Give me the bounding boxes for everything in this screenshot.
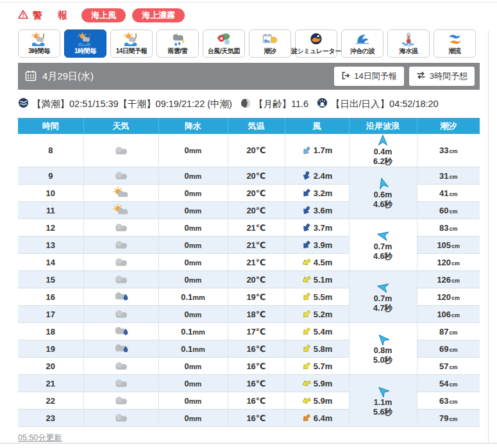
- light-rain-icon: [84, 342, 158, 355]
- moon-age: 【月齢】11.6: [240, 98, 308, 110]
- last-updated-link[interactable]: 05:50分更新: [18, 433, 62, 444]
- wave-direction-icon: [350, 281, 417, 294]
- wind-cell: 6.4m: [285, 410, 349, 427]
- wave-cell: 0.8m5.0秒: [349, 323, 417, 375]
- weather-cell: [83, 134, 158, 167]
- wind-direction-icon: [301, 145, 312, 156]
- wind-cell: 1.7m: [285, 134, 349, 167]
- wind-direction-icon: [301, 222, 312, 233]
- badge-marine-fog[interactable]: 海上濃霧: [132, 8, 185, 22]
- wave-period: 4.6秒: [350, 252, 417, 261]
- tab-label: 潮汐: [264, 47, 276, 56]
- hour-cell: 12: [18, 219, 83, 236]
- tab-8[interactable]: 沖合の波: [341, 29, 383, 58]
- wave-direction-icon: [350, 385, 417, 397]
- swap-icon: [416, 71, 426, 81]
- wind-cell: 3.9m: [285, 236, 349, 254]
- wind-cell: 3.2m: [285, 185, 349, 202]
- badge-marine-wind[interactable]: 海上風: [81, 8, 126, 22]
- weather-cell: [83, 185, 158, 202]
- col-header-2: 天気: [83, 118, 158, 134]
- temp-cell: 21℃: [228, 219, 285, 236]
- tab-7[interactable]: 波シミュレーター: [295, 29, 337, 58]
- tab-3[interactable]: 14日間予報: [110, 29, 153, 58]
- precip-cell: 0mm: [158, 219, 228, 236]
- tab-4[interactable]: 雨雲/雷: [156, 29, 199, 58]
- wave-height: 0.6m: [350, 190, 417, 200]
- button-3hour-forecast[interactable]: 3時間予想: [409, 67, 475, 86]
- typhoon-map-icon: [215, 32, 232, 46]
- warning-triangle-icon: [18, 10, 28, 21]
- wind-cell: 5.9m: [285, 392, 349, 410]
- wind-direction-icon: [301, 309, 312, 319]
- wave-height: 0.7m: [350, 242, 417, 252]
- temp-cell: 20℃: [228, 185, 285, 202]
- temp-cell: 19℃: [228, 288, 285, 306]
- tide-cell: 33cm: [417, 134, 480, 167]
- wind-speed: 3.7m: [314, 223, 333, 233]
- precip-cell: 0.1mm: [158, 340, 228, 358]
- table-row: 90mm20℃2.4m0.6m4.6秒31cm: [18, 167, 480, 185]
- button-14day-forecast[interactable]: 14日間予報: [334, 67, 403, 86]
- tide-cell: 106cm: [417, 306, 480, 323]
- tab-5[interactable]: 台風/天気図: [203, 29, 245, 58]
- table-row: 150mm20℃5.1m0.7m4.7秒126cm: [18, 271, 480, 288]
- tab-label: 潮流: [448, 47, 460, 56]
- cloudy-icon: [84, 308, 158, 320]
- wind-speed: 1.7m: [314, 145, 333, 155]
- wind-speed: 5.1m: [314, 275, 333, 285]
- hour-cell: 17: [18, 306, 83, 323]
- calendar-icon: [25, 70, 37, 83]
- date-bar-buttons: 14日間予報 3時間予想: [334, 67, 475, 86]
- hour-cell: 20: [18, 358, 83, 375]
- wind-direction-icon: [301, 344, 312, 354]
- wind-speed: 5.2m: [314, 310, 333, 319]
- wind-direction-icon: [301, 413, 312, 423]
- wind-cell: 5.4m: [285, 323, 349, 340]
- weather-cell: [83, 202, 158, 219]
- hour-cell: 16: [18, 288, 83, 306]
- precip-cell: 0mm: [158, 202, 228, 219]
- cloudy-icon: [84, 377, 158, 390]
- tide-cell: 126cm: [417, 271, 480, 288]
- wave-cell: 0.4m6.2秒: [349, 134, 417, 167]
- wave-cell: 1.1m5.6秒: [349, 375, 417, 427]
- precip-cell: 0mm: [158, 134, 228, 167]
- wind-direction-icon: [301, 240, 312, 250]
- light-rain-icon: [84, 290, 158, 303]
- col-header-6: 沿岸波浪: [349, 118, 417, 134]
- tab-1[interactable]: 3時間毎: [18, 29, 60, 58]
- wind-direction-icon: [301, 188, 312, 198]
- wind-speed: 3.2m: [314, 188, 333, 198]
- cloudy-icon: [84, 256, 158, 269]
- precip-cell: 0.1mm: [158, 323, 228, 340]
- wave-height: 0.8m: [350, 346, 417, 356]
- wave-height: 0.7m: [350, 294, 417, 304]
- wave-direction-icon: [350, 134, 417, 147]
- tab-6[interactable]: 潮汐: [249, 29, 291, 58]
- wind-speed: 3.9m: [314, 240, 333, 250]
- wind-cell: 4.5m: [285, 254, 349, 271]
- tab-9[interactable]: 海水温: [387, 29, 430, 58]
- hour-cell: 9: [18, 167, 83, 185]
- main-content: 警 報 海上風 海上濃霧 3時間毎1時間毎14日間予報雨雲/雷台風/天気図潮汐波…: [18, 7, 480, 444]
- wind-cell: 5.2m: [285, 306, 349, 323]
- hour-cell: 22: [18, 392, 83, 410]
- temp-cell: 16℃: [228, 392, 285, 410]
- sun-fishing-icon: [31, 32, 47, 46]
- col-header-7: 潮汐: [417, 118, 480, 134]
- precip-cell: 0mm: [158, 236, 228, 254]
- hour-cell: 18: [18, 323, 83, 340]
- tab-2[interactable]: 1時間毎: [64, 29, 106, 58]
- tab-10[interactable]: 潮流: [434, 29, 476, 58]
- precip-cell: 0mm: [158, 306, 228, 323]
- weather-cell: [83, 236, 158, 254]
- wave-period: 5.6秒: [350, 408, 417, 417]
- weather-cell: [83, 392, 158, 410]
- wave-direction-icon: [350, 177, 417, 190]
- temp-cell: 20℃: [228, 271, 285, 288]
- tide-cell: 105cm: [417, 236, 480, 254]
- tab-bar: 3時間毎1時間毎14日間予報雨雲/雷台風/天気図潮汐波シミュレーター沖合の波海水…: [18, 29, 480, 58]
- temp-cell: 21℃: [228, 254, 285, 271]
- sea-temp-icon: [400, 32, 417, 46]
